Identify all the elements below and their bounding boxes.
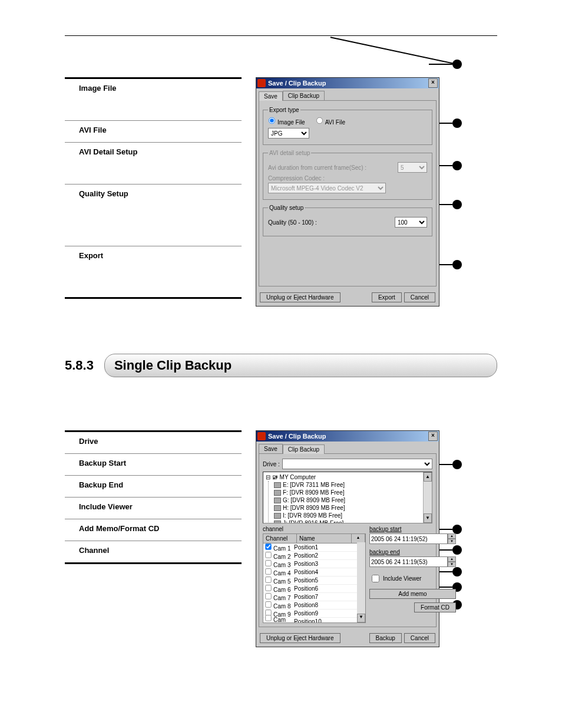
eject-button[interactable]: Unplug or Eject Hardware [260,633,340,643]
tab-clip-backup[interactable]: Clip Backup [283,91,325,100]
label-drive: Drive [65,432,242,454]
backup-button[interactable]: Backup [369,633,402,643]
scroll-down-icon[interactable]: ▼ [424,513,432,523]
drive-icon [274,498,281,503]
drive-tree[interactable]: ⊟ 🖳 MY Computer E: [DVR 7311 MB Free]F: … [263,472,432,523]
export-button[interactable]: Export [372,292,402,302]
cancel-button[interactable]: Cancel [404,633,435,643]
drive-icon [274,490,281,496]
radio-avi-file-input[interactable] [316,117,323,124]
drive-tree-item[interactable]: E: [DVR 7311 MB Free] [274,481,429,489]
label-add-memo: Add Memo/Format CD [65,519,242,541]
section-number: 5.8.3 [65,358,94,373]
backup-start-field[interactable]: ▲▼ [369,533,456,544]
callout-dot [452,118,462,128]
channel-checkbox[interactable] [265,601,271,607]
table-row[interactable]: Cam 5Position5 [263,577,365,585]
step-up-icon[interactable]: ▲ [448,533,456,539]
label-column-2: Drive Backup Start Backup End Include Vi… [65,430,242,564]
channel-checkbox[interactable] [265,543,271,549]
col-channel[interactable]: Channel [263,534,297,543]
table-row[interactable]: Cam 2Position2 [263,552,365,560]
table-row[interactable]: Cam 7Position7 [263,593,365,601]
tree-scrollbar[interactable]: ▲ ▼ [423,472,432,523]
drive-tree-item[interactable]: H: [DVR 8909 MB Free] [274,504,429,512]
channel-checkbox[interactable] [265,585,271,591]
channel-checkbox[interactable] [265,552,271,558]
avi-detail-group: AVI detail setup Avi duration from curre… [263,150,432,200]
callout-dot [452,260,462,269]
drive-tree-item[interactable]: F: [DVR 8909 MB Free] [274,489,429,496]
app-icon [257,79,266,87]
radio-avi-file[interactable]: AVI File [316,117,345,126]
avi-duration-select: 5 [398,162,427,173]
step-up-icon[interactable]: ▲ [448,556,456,562]
label-column-1: Image File AVI File AVI Detail Setup Qua… [65,77,242,299]
image-format-select[interactable]: JPG [268,128,309,139]
backup-start-input[interactable] [369,533,448,544]
close-icon[interactable]: × [428,431,438,441]
drive-tree-item[interactable]: G: [DVR 8909 MB Free] [274,496,429,504]
channel-checkbox[interactable] [265,568,271,574]
scroll-down-icon[interactable]: ▼ [357,614,365,622]
label-avi-file: AVI File [65,121,242,143]
quality-label: Quality (50 - 100) : [268,219,392,226]
tab-clip-backup[interactable]: Clip Backup [283,444,325,454]
channel-checkbox[interactable] [265,615,271,621]
drive-icon [274,482,281,488]
radio-image-file-input[interactable] [269,117,275,124]
drive-tree-item[interactable]: J: [DVR 8916 MB Free] [274,519,429,523]
radio-image-file[interactable]: Image File [268,117,305,126]
label-quality-setup: Quality Setup [65,185,242,246]
close-icon[interactable]: × [428,78,438,88]
table-row[interactable]: Cam 6Position6 [263,585,365,593]
step-down-icon[interactable]: ▼ [448,539,456,544]
codec-label: Compression Codec : [268,175,427,182]
table-row[interactable]: Cam 10Position10 [263,618,365,623]
quality-group: Quality setup Quality (50 - 100) : 100 [263,205,432,236]
scroll-up-icon[interactable]: ▲ [352,534,365,543]
table-row[interactable]: Cam 3Position3 [263,560,365,568]
add-memo-button[interactable]: Add memo [369,589,456,599]
drive-tree-item[interactable]: I: [DVR 8909 MB Free] [274,512,429,519]
include-viewer-checkbox[interactable] [372,575,379,582]
backup-start-label: backup start [369,526,456,532]
callout-dot [452,60,462,69]
callout-dot [452,460,462,469]
callout-dot [452,161,462,170]
section-title: Single Clip Backup [104,354,497,377]
label-backup-start: Backup Start [65,454,242,476]
callout-dot [452,200,462,209]
tab-save[interactable]: Save [259,91,283,101]
table-row[interactable]: Cam 1Position1 [263,543,365,552]
tab-save[interactable]: Save [259,444,283,453]
backup-end-input[interactable] [369,556,448,567]
scroll-up-icon[interactable]: ▲ [424,472,432,482]
label-image-file: Image File [65,79,242,121]
table-row[interactable]: Cam 4Position4 [263,568,365,577]
channel-checkbox[interactable] [265,593,271,599]
include-viewer-label: Include Viewer [383,575,421,582]
quality-select[interactable]: 100 [395,217,427,228]
cancel-button[interactable]: Cancel [404,292,435,302]
format-cd-button[interactable]: Format CD [414,602,456,612]
quality-legend: Quality setup [268,205,305,211]
export-type-group: Export type Image File AVI File JPG [263,107,432,145]
label-export: Export [65,246,242,299]
eject-button[interactable]: Unplug or Eject Hardware [260,292,340,302]
label-include-viewer: Include Viewer [65,498,242,519]
save-clip-backup-dialog-2: Save / Clip Backup × Save Clip Backup Dr… [256,430,439,647]
drive-icon [274,513,281,519]
step-down-icon[interactable]: ▼ [448,562,456,567]
col-name[interactable]: Name [297,534,352,543]
backup-end-field[interactable]: ▲▼ [369,556,456,567]
app-icon [257,432,266,440]
channel-checkbox[interactable] [265,560,271,566]
table-row[interactable]: Cam 8Position8 [263,601,365,610]
avi-detail-legend: AVI detail setup [268,150,311,156]
drive-select[interactable] [282,459,432,469]
channel-checkbox[interactable] [265,577,271,582]
codec-select: Microsoft MPEG-4 Video Codec V2 [268,183,386,193]
dialog-title: Save / Clip Backup [268,80,428,87]
table-scrollbar[interactable]: ▼ [357,542,365,622]
